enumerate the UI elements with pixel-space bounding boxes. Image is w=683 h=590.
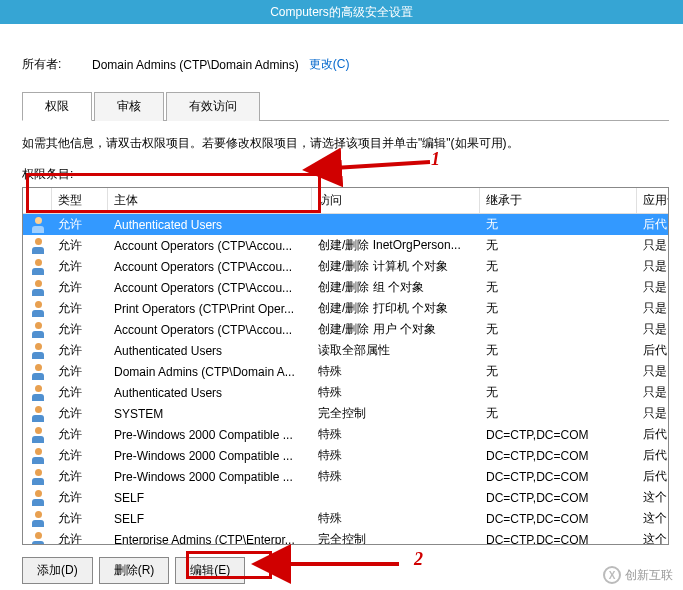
cell-principal: Domain Admins (CTP\Domain A...: [108, 363, 312, 381]
cell-type: 允许: [52, 424, 108, 445]
cell-type: 允许: [52, 340, 108, 361]
table-row[interactable]: 允许Account Operators (CTP\Accou...创建/删除 用…: [23, 319, 668, 340]
cell-principal: Account Operators (CTP\Accou...: [108, 258, 312, 276]
cell-principal: Pre-Windows 2000 Compatible ...: [108, 447, 312, 465]
cell-principal: Account Operators (CTP\Accou...: [108, 279, 312, 297]
cell-access: 创建/删除 打印机 个对象: [312, 298, 480, 319]
cell-apply: 后代: [637, 445, 668, 466]
cell-access: 特殊: [312, 466, 480, 487]
cell-principal: SELF: [108, 489, 312, 507]
cell-principal: Pre-Windows 2000 Compatible ...: [108, 468, 312, 486]
cell-access: 特殊: [312, 424, 480, 445]
col-apply[interactable]: 应用于: [637, 188, 669, 213]
cell-apply: 后代: [637, 340, 668, 361]
cell-access: 完全控制: [312, 403, 480, 424]
cell-access: 创建/删除 计算机 个对象: [312, 256, 480, 277]
table-row[interactable]: 允许Account Operators (CTP\Accou...创建/删除 I…: [23, 235, 668, 256]
row-icon: [23, 469, 52, 485]
cell-inherit: 无: [480, 298, 637, 319]
cell-inherit: DC=CTP,DC=COM: [480, 510, 637, 528]
cell-apply: 只是: [637, 256, 668, 277]
col-principal[interactable]: 主体: [108, 188, 312, 213]
cell-inherit: 无: [480, 277, 637, 298]
tab-permissions[interactable]: 权限: [22, 92, 92, 121]
permissions-table: 类型 主体 访问 继承于 应用于 允许Authenticated Users无后…: [22, 187, 669, 545]
cell-inherit: DC=CTP,DC=COM: [480, 447, 637, 465]
cell-apply: 只是: [637, 235, 668, 256]
cell-inherit: DC=CTP,DC=COM: [480, 531, 637, 545]
users-icon: [30, 448, 46, 464]
users-icon: [30, 364, 46, 380]
row-icon: [23, 427, 52, 443]
table-row[interactable]: 允许Pre-Windows 2000 Compatible ...特殊DC=CT…: [23, 445, 668, 466]
cell-principal: Account Operators (CTP\Accou...: [108, 321, 312, 339]
cell-principal: Authenticated Users: [108, 342, 312, 360]
owner-row: 所有者: Domain Admins (CTP\Domain Admins) 更…: [22, 56, 669, 73]
col-icon[interactable]: [23, 188, 52, 213]
window-title-bar: Computers的高级安全设置: [0, 0, 683, 24]
owner-label: 所有者:: [22, 56, 92, 73]
owner-value: Domain Admins (CTP\Domain Admins): [92, 58, 299, 72]
col-access[interactable]: 访问: [312, 188, 480, 213]
table-row[interactable]: 允许SELF特殊DC=CTP,DC=COM这个: [23, 508, 668, 529]
cell-access: 特殊: [312, 361, 480, 382]
users-icon: [30, 406, 46, 422]
users-icon: [30, 238, 46, 254]
cell-inherit: 无: [480, 361, 637, 382]
table-row[interactable]: 允许Domain Admins (CTP\Domain A...特殊无只是: [23, 361, 668, 382]
table-row[interactable]: 允许SYSTEM完全控制无只是: [23, 403, 668, 424]
content-area: 所有者: Domain Admins (CTP\Domain Admins) 更…: [0, 24, 683, 584]
cell-apply: 这个: [637, 487, 668, 508]
table-row[interactable]: 允许Enterprise Admins (CTP\Enterpr...完全控制D…: [23, 529, 668, 544]
cell-apply: 后代: [637, 214, 668, 235]
cell-principal: Account Operators (CTP\Accou...: [108, 237, 312, 255]
watermark-icon: X: [603, 566, 621, 584]
row-icon: [23, 385, 52, 401]
users-icon: [30, 385, 46, 401]
tab-effective-access[interactable]: 有效访问: [166, 92, 260, 121]
row-icon: [23, 448, 52, 464]
table-row[interactable]: 允许Pre-Windows 2000 Compatible ...特殊DC=CT…: [23, 424, 668, 445]
cell-principal: Authenticated Users: [108, 384, 312, 402]
table-row[interactable]: 允许Print Operators (CTP\Print Oper...创建/删…: [23, 298, 668, 319]
cell-inherit: 无: [480, 340, 637, 361]
col-type[interactable]: 类型: [52, 188, 108, 213]
users-icon: [30, 217, 46, 233]
table-row[interactable]: 允许Pre-Windows 2000 Compatible ...特殊DC=CT…: [23, 466, 668, 487]
table-row[interactable]: 允许Account Operators (CTP\Accou...创建/删除 组…: [23, 277, 668, 298]
cell-inherit: DC=CTP,DC=COM: [480, 426, 637, 444]
cell-apply: 只是: [637, 298, 668, 319]
row-icon: [23, 301, 52, 317]
cell-principal: Print Operators (CTP\Print Oper...: [108, 300, 312, 318]
table-row[interactable]: 允许Authenticated Users无后代: [23, 214, 668, 235]
cell-inherit: DC=CTP,DC=COM: [480, 489, 637, 507]
remove-button[interactable]: 删除(R): [99, 557, 170, 584]
users-icon: [30, 301, 46, 317]
cell-access: 完全控制: [312, 529, 480, 544]
cell-type: 允许: [52, 529, 108, 544]
cell-access: [312, 223, 480, 227]
row-icon: [23, 322, 52, 338]
cell-apply: 只是: [637, 403, 668, 424]
owner-change-link[interactable]: 更改(C): [309, 56, 350, 73]
table-row[interactable]: 允许Account Operators (CTP\Accou...创建/删除 计…: [23, 256, 668, 277]
add-button[interactable]: 添加(D): [22, 557, 93, 584]
cell-type: 允许: [52, 214, 108, 235]
cell-principal: Enterprise Admins (CTP\Enterpr...: [108, 531, 312, 545]
cell-inherit: 无: [480, 403, 637, 424]
tab-auditing[interactable]: 审核: [94, 92, 164, 121]
cell-inherit: 无: [480, 235, 637, 256]
edit-button[interactable]: 编辑(E): [175, 557, 245, 584]
users-icon: [30, 490, 46, 506]
cell-access: 读取全部属性: [312, 340, 480, 361]
table-body[interactable]: 允许Authenticated Users无后代允许Account Operat…: [23, 214, 668, 544]
table-row[interactable]: 允许SELFDC=CTP,DC=COM这个: [23, 487, 668, 508]
row-icon: [23, 364, 52, 380]
table-row[interactable]: 允许Authenticated Users特殊无只是: [23, 382, 668, 403]
col-inherit[interactable]: 继承于: [480, 188, 637, 213]
table-row[interactable]: 允许Authenticated Users读取全部属性无后代: [23, 340, 668, 361]
cell-type: 允许: [52, 361, 108, 382]
users-icon: [30, 259, 46, 275]
cell-access: 创建/删除 InetOrgPerson...: [312, 235, 480, 256]
users-icon: [30, 532, 46, 545]
